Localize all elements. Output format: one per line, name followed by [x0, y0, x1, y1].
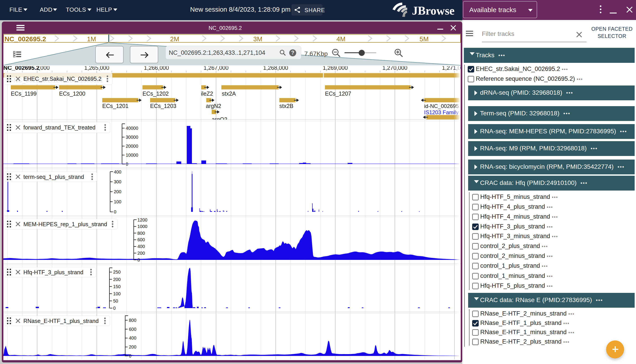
svg-text:1200: 1200	[138, 218, 148, 222]
svg-text:400: 400	[138, 244, 145, 249]
svg-text:argN2: argN2	[206, 103, 221, 109]
svg-text:NC_002695.2: NC_002695.2	[3, 66, 39, 71]
svg-text:0: 0	[114, 210, 116, 214]
svg-text:400: 400	[129, 336, 136, 340]
svg-text:200: 200	[138, 251, 145, 256]
svg-text:argO2: argO2	[212, 116, 227, 122]
svg-text:1000: 1000	[138, 224, 148, 229]
svg-text:600: 600	[138, 237, 145, 242]
svg-text:0: 0	[126, 162, 128, 166]
svg-text:MEM-HEPES_rep_1_plus_strand: MEM-HEPES_rep_1_plus_strand	[23, 221, 107, 227]
svg-text:800: 800	[129, 318, 136, 323]
svg-text:400: 400	[114, 170, 121, 174]
svg-text:1,266,000: 1,266,000	[144, 66, 169, 71]
svg-text:ECs_1207: ECs_1207	[325, 90, 351, 97]
svg-text:200: 200	[114, 189, 121, 194]
svg-text:150: 150	[113, 284, 121, 289]
svg-text:ECs_1199: ECs_1199	[11, 90, 37, 97]
svg-text:40000: 40000	[126, 126, 138, 130]
svg-text:ECs_1200: ECs_1200	[59, 90, 85, 97]
svg-text:0: 0	[129, 354, 131, 358]
svg-text:ileZ2: ileZ2	[201, 90, 213, 97]
svg-text:Hfq-HTF_3_plus_strand: Hfq-HTF_3_plus_strand	[23, 269, 83, 275]
svg-text:600: 600	[129, 327, 136, 332]
svg-text:20000: 20000	[126, 144, 138, 148]
svg-text:1,269,000: 1,269,000	[323, 66, 348, 71]
svg-text:1,267,000: 1,267,000	[203, 66, 229, 71]
svg-text:1,265,000: 1,265,000	[84, 66, 109, 71]
svg-text:stx2A: stx2A	[222, 90, 236, 97]
svg-text:0: 0	[138, 258, 140, 262]
svg-text:ECs_1202: ECs_1202	[142, 90, 169, 97]
svg-text:800: 800	[138, 231, 145, 236]
svg-text:30000: 30000	[126, 135, 138, 140]
svg-text:50: 50	[113, 298, 118, 304]
svg-text:RNase_E-HTF_1_plus_strand: RNase_E-HTF_1_plus_strand	[23, 318, 99, 324]
svg-text:stx2B: stx2B	[279, 103, 294, 109]
svg-text:250: 250	[113, 270, 121, 274]
svg-text:ECs_1203: ECs_1203	[150, 103, 176, 109]
svg-text:10000: 10000	[126, 152, 138, 158]
svg-text:0: 0	[113, 306, 116, 310]
svg-text:300: 300	[114, 179, 121, 184]
svg-text:1,270,000: 1,270,000	[382, 66, 407, 71]
svg-text:200: 200	[129, 344, 136, 350]
svg-text:100: 100	[113, 291, 121, 296]
svg-text:200: 200	[113, 277, 121, 282]
svg-text:1,268,000: 1,268,000	[263, 66, 288, 71]
svg-text:ECs_1201: ECs_1201	[102, 103, 129, 109]
svg-text:EHEC_str.Sakai_NC_002695.2: EHEC_str.Sakai_NC_002695.2	[23, 76, 101, 82]
svg-text:term-seq_1_plus_strand: term-seq_1_plus_strand	[23, 174, 84, 180]
svg-text:forward_strand_TEX_treated: forward_strand_TEX_treated	[23, 124, 96, 130]
svg-text:100: 100	[114, 199, 121, 204]
